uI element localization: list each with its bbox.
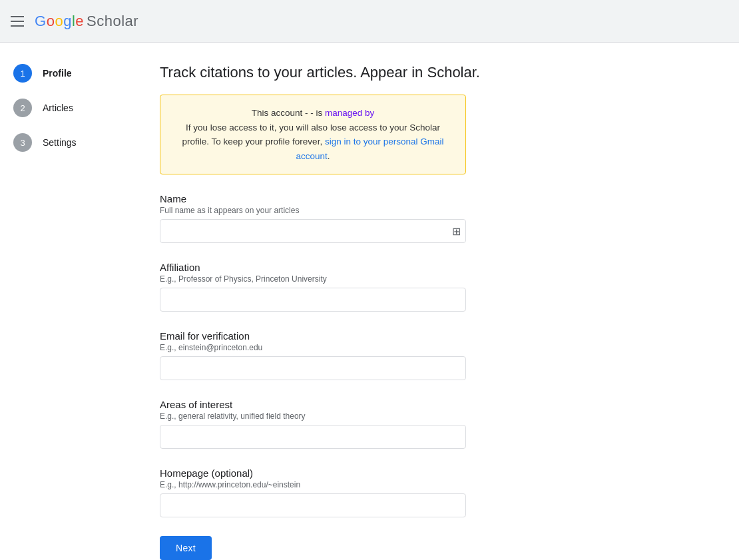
sidebar: 1 Profile 2 Articles 3 Settings bbox=[0, 43, 133, 560]
sidebar-item-settings[interactable]: 3 Settings bbox=[0, 125, 133, 160]
form-group-interests: Areas of interest E.g., general relativi… bbox=[160, 399, 466, 449]
form-group-name: Name Full name as it appears on your art… bbox=[160, 193, 466, 243]
warning-line1-prefix: This account - bbox=[252, 108, 311, 118]
clear-icon[interactable]: ⊞ bbox=[452, 225, 461, 238]
step-3-circle: 3 bbox=[13, 133, 32, 152]
homepage-hint: E.g., http://www.princeton.edu/~einstein bbox=[160, 480, 466, 489]
interests-label: Areas of interest bbox=[160, 399, 466, 410]
form-group-affiliation: Affiliation E.g., Professor of Physics, … bbox=[160, 262, 466, 312]
affiliation-label: Affiliation bbox=[160, 262, 466, 273]
step-2-circle: 2 bbox=[13, 99, 32, 117]
sidebar-item-profile[interactable]: 1 Profile bbox=[0, 56, 133, 91]
sidebar-label-profile: Profile bbox=[43, 68, 72, 79]
next-button[interactable]: Next bbox=[160, 536, 212, 560]
affiliation-input[interactable] bbox=[160, 288, 466, 312]
step-1-circle: 1 bbox=[13, 64, 32, 83]
homepage-label: Homepage (optional) bbox=[160, 467, 466, 479]
interests-input[interactable] bbox=[160, 425, 466, 449]
warning-box: This account - - is managed by If you lo… bbox=[160, 95, 466, 174]
homepage-input[interactable] bbox=[160, 493, 466, 517]
form-group-email: Email for verification E.g., einstein@pr… bbox=[160, 330, 466, 380]
interests-hint: E.g., general relativity, unified field … bbox=[160, 412, 466, 421]
name-hint: Full name as it appears on your articles bbox=[160, 206, 466, 215]
warning-link-suffix: . bbox=[328, 151, 330, 161]
email-input[interactable] bbox=[160, 356, 466, 380]
sidebar-label-articles: Articles bbox=[43, 103, 73, 113]
layout: 1 Profile 2 Articles 3 Settings Track ci… bbox=[0, 43, 739, 560]
name-input[interactable] bbox=[160, 219, 466, 243]
email-label: Email for verification bbox=[160, 330, 466, 342]
affiliation-hint: E.g., Professor of Physics, Princeton Un… bbox=[160, 274, 466, 284]
logo: GoogleScholar bbox=[35, 13, 138, 30]
email-hint: E.g., einstein@princeton.edu bbox=[160, 343, 466, 352]
name-input-wrapper: ⊞ bbox=[160, 219, 466, 243]
page-title: Track citations to your articles. Appear… bbox=[160, 64, 712, 81]
warning-line1-suffix: - is managed by bbox=[310, 108, 374, 118]
sidebar-item-articles[interactable]: 2 Articles bbox=[0, 91, 133, 125]
name-label: Name bbox=[160, 193, 466, 204]
form-group-homepage: Homepage (optional) E.g., http://www.pri… bbox=[160, 467, 466, 517]
main-content: Track citations to your articles. Appear… bbox=[133, 43, 739, 560]
sidebar-label-settings: Settings bbox=[43, 137, 77, 148]
header: GoogleScholar bbox=[0, 0, 739, 43]
menu-icon[interactable] bbox=[11, 16, 24, 27]
